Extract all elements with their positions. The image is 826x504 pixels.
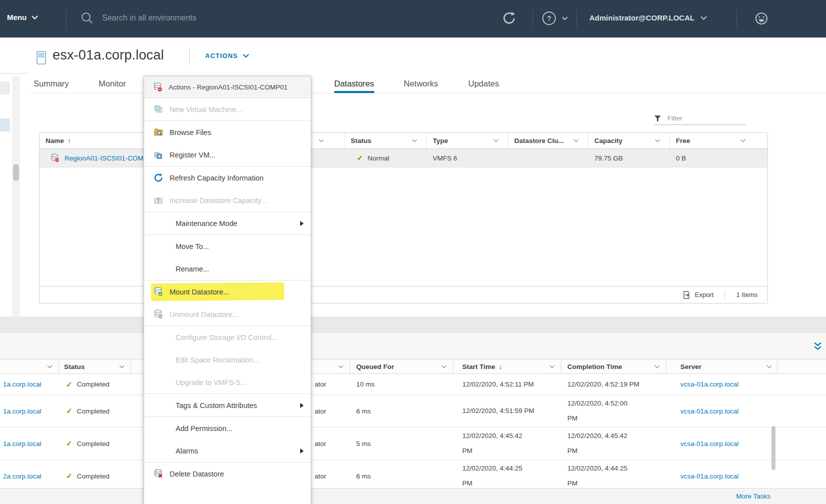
menu-item-add-permission[interactable]: Add Permission... — [144, 417, 311, 440]
feedback-button[interactable] — [754, 12, 768, 28]
column-header-free[interactable]: Free — [670, 133, 767, 148]
submenu-arrow-icon — [300, 403, 304, 408]
tab-summary[interactable]: Summary — [34, 77, 69, 90]
refresh-button[interactable] — [502, 11, 517, 28]
left-panel-edge — [0, 73, 29, 74]
more-tasks-link[interactable]: More Tasks — [736, 492, 770, 500]
task-row[interactable]: 1a.corp.local ✓Completed ator 5 ms 12/02… — [0, 428, 826, 460]
column-caret-icon[interactable] — [338, 365, 344, 368]
column-header-queued-for[interactable]: Queued For — [350, 360, 453, 374]
pane-splitter[interactable] — [0, 316, 826, 334]
datastore-name-link[interactable]: RegionA01-ISCSI01-COMP01 — [65, 154, 156, 162]
tab-datastores[interactable]: Datastores — [334, 77, 374, 90]
menu-item-configure-storage-io-control: Configure Storage I/O Control... — [144, 326, 311, 348]
tab-networks[interactable]: Networks — [404, 77, 438, 90]
menu-item-tags-and-custom-attributes[interactable]: Tags & Custom Attributes — [144, 394, 311, 416]
menu-item-register-vm[interactable]: Register VM... — [144, 144, 311, 166]
mount-datastore-icon — [153, 287, 163, 296]
task-row[interactable]: 1a.corp.local ✓Completed ator 10 ms 12/0… — [0, 374, 826, 395]
column-header-status[interactable]: Status — [345, 133, 427, 148]
task-row[interactable]: 2a.corp.local ✓Completed ator 6 ms 12/02… — [0, 460, 826, 488]
task-queued-for: 5 ms — [356, 440, 371, 448]
browse-files-icon — [153, 128, 163, 136]
column-caret-icon[interactable] — [493, 139, 499, 142]
menu-item-browse-files[interactable]: Browse Files — [144, 121, 311, 144]
tab-monitor[interactable]: Monitor — [99, 77, 126, 90]
task-target-link[interactable]: 1a.corp.local — [3, 380, 42, 388]
datastore-type: VMFS 6 — [433, 154, 457, 162]
new-vm-icon — [153, 104, 163, 114]
nav-scrollbar-track[interactable] — [12, 76, 20, 316]
task-server-link[interactable]: vcsa-01a.corp.local — [680, 472, 738, 480]
menu-item-rename[interactable]: Rename... — [144, 258, 311, 280]
task-target-link[interactable]: 1a.corp.local — [3, 440, 42, 448]
object-header: esx-01a.corp.local ACTIONS — [30, 46, 826, 71]
column-caret-icon[interactable] — [412, 139, 417, 142]
task-completion-time: 12/02/2020, 4:52:00 PM — [567, 396, 627, 426]
column-caret-icon[interactable] — [47, 365, 53, 368]
menu-item-mount-datastore[interactable]: Mount Datastore... — [144, 280, 311, 303]
global-search[interactable] — [80, 11, 313, 25]
menu-label: Menu — [7, 13, 27, 22]
chevron-down-icon — [562, 16, 568, 20]
export-button[interactable]: Export — [682, 290, 714, 300]
column-header-completion-time[interactable]: Completion Time — [561, 360, 666, 374]
column-header-task-status[interactable]: Status — [59, 360, 131, 374]
menu-item-edit-space-reclamation: Edit Space Reclamation... — [144, 348, 311, 371]
search-icon — [80, 11, 94, 25]
tab-updates[interactable]: Updates — [468, 77, 499, 90]
search-input[interactable] — [101, 13, 313, 23]
nav-scrollbar-thumb[interactable] — [13, 164, 19, 181]
column-caret-icon[interactable] — [319, 139, 324, 142]
column-header-capacity[interactable]: Capacity — [588, 133, 670, 148]
sort-ascending-icon: ↑ — [68, 137, 71, 145]
task-server-link[interactable]: vcsa-01a.corp.local — [680, 440, 738, 448]
status-ok-icon: ✓ — [66, 380, 73, 389]
column-caret-icon[interactable] — [740, 139, 746, 142]
column-header-type[interactable]: Type — [427, 133, 508, 148]
help-menu[interactable]: ? — [542, 12, 568, 25]
increase-capacity-icon — [153, 196, 163, 204]
column-caret-icon[interactable] — [573, 139, 579, 142]
status-ok-icon: ✓ — [66, 406, 73, 416]
column-caret-icon[interactable] — [766, 365, 772, 368]
export-label: Export — [695, 291, 714, 298]
menu-item-new-virtual-machine: New Virtual Machine... — [144, 98, 311, 120]
task-server-link[interactable]: vcsa-01a.corp.local — [680, 408, 738, 415]
status-ok-icon: ✓ — [357, 154, 363, 162]
delete-datastore-icon — [153, 469, 163, 478]
grid-filter[interactable] — [654, 114, 746, 125]
column-header-target[interactable] — [0, 360, 59, 374]
user-menu[interactable]: Administrator@CORP.LOCAL — [589, 14, 707, 22]
menu-item-move-to[interactable]: Move To... — [144, 235, 311, 258]
column-caret-icon[interactable] — [655, 139, 660, 142]
task-target-link[interactable]: 1a.corp.local — [3, 408, 42, 415]
datastore-inaccessible-icon — [153, 82, 163, 92]
column-caret-icon[interactable] — [441, 365, 447, 368]
datastore-actions-context-menu: Actions - RegionA01-ISCSI01-COMP01 New V… — [144, 76, 311, 504]
column-caret-icon[interactable] — [549, 365, 555, 368]
column-caret-icon[interactable] — [654, 365, 660, 368]
status-ok-icon: ✓ — [66, 439, 73, 448]
menu-item-alarms[interactable]: Alarms — [144, 440, 311, 462]
host-icon — [36, 50, 47, 66]
menu-item-maintenance-mode[interactable]: Maintenance Mode — [144, 212, 311, 234]
task-target-link[interactable]: 2a.corp.local — [3, 472, 42, 480]
status-ok-icon: ✓ — [66, 472, 73, 480]
column-header-start-time[interactable]: Start Time ↓ — [453, 360, 561, 374]
task-start-time: 12/02/2020, 4:45:42 PM — [462, 428, 522, 458]
tasks-scrollbar-thumb[interactable] — [771, 426, 775, 470]
main-menu-button[interactable]: Menu — [7, 13, 38, 22]
column-header-server[interactable]: Server — [666, 360, 777, 374]
menu-item-refresh-capacity-information[interactable]: Refresh Capacity Information — [144, 166, 311, 189]
filter-input[interactable] — [666, 114, 743, 122]
menu-item-delete-datastore[interactable]: Delete Datastore — [144, 462, 311, 485]
task-row[interactable]: 1a.corp.local ✓Completed ator 6 ms 12/02… — [0, 395, 826, 428]
actions-button[interactable]: ACTIONS — [205, 52, 249, 60]
datastore-inaccessible-icon — [51, 154, 60, 162]
datastore-capacity: 79.75 GB — [594, 154, 623, 162]
task-server-link[interactable]: vcsa-01a.corp.local — [680, 380, 738, 388]
collapse-pane-button[interactable] — [812, 341, 823, 354]
column-caret-icon[interactable] — [119, 365, 125, 368]
column-header-datastore-cluster[interactable]: Datastore Clu... — [508, 133, 588, 148]
